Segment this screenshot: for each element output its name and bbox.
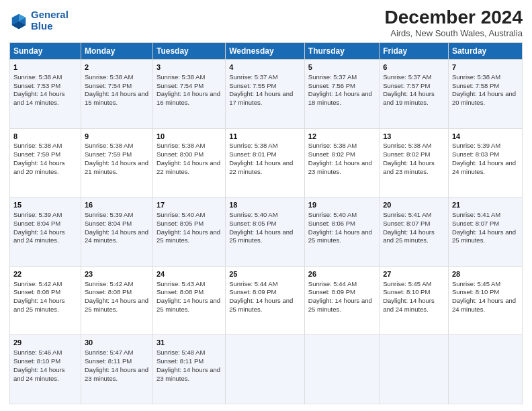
sunrise: Sunrise: 5:44 AM bbox=[229, 280, 277, 287]
daylight: Daylight: 14 hours and 23 minutes. bbox=[383, 159, 435, 175]
sunrise: Sunrise: 5:40 AM bbox=[229, 211, 277, 218]
daylight: Daylight: 14 hours and 16 minutes. bbox=[157, 90, 220, 106]
day-number: 30 bbox=[85, 338, 149, 348]
sunset: Sunset: 8:09 PM bbox=[308, 288, 355, 295]
day-number: 8 bbox=[13, 132, 77, 142]
sunrise: Sunrise: 5:38 AM bbox=[85, 73, 133, 81]
day-number: 22 bbox=[13, 269, 77, 279]
sunset: Sunset: 8:08 PM bbox=[157, 288, 204, 295]
calendar-cell: 27Sunrise: 5:45 AMSunset: 8:10 PMDayligh… bbox=[380, 266, 449, 335]
week-row-3: 15Sunrise: 5:39 AMSunset: 8:04 PMDayligh… bbox=[10, 197, 523, 267]
sunset: Sunset: 8:07 PM bbox=[383, 220, 430, 227]
calendar-cell: 19Sunrise: 5:40 AMSunset: 8:06 PMDayligh… bbox=[304, 197, 379, 267]
calendar-cell: 9Sunrise: 5:38 AMSunset: 7:59 PMDaylight… bbox=[81, 128, 153, 197]
sunset: Sunset: 8:07 PM bbox=[452, 220, 499, 227]
calendar-cell: 14Sunrise: 5:39 AMSunset: 8:03 PMDayligh… bbox=[448, 128, 522, 197]
sunrise: Sunrise: 5:37 AM bbox=[308, 73, 357, 81]
daylight: Daylight: 14 hours and 25 minutes. bbox=[85, 297, 148, 313]
calendar-cell: 13Sunrise: 5:38 AMSunset: 8:02 PMDayligh… bbox=[380, 128, 449, 197]
day-number: 21 bbox=[452, 200, 519, 210]
calendar-cell: 18Sunrise: 5:40 AMSunset: 8:05 PMDayligh… bbox=[226, 197, 305, 267]
calendar-cell: 7Sunrise: 5:38 AMSunset: 7:58 PMDaylight… bbox=[448, 60, 522, 129]
sunset: Sunset: 8:02 PM bbox=[308, 150, 355, 158]
day-number: 9 bbox=[85, 132, 149, 142]
sunset: Sunset: 8:10 PM bbox=[452, 288, 499, 295]
day-number: 18 bbox=[229, 200, 301, 210]
calendar-cell: 3Sunrise: 5:38 AMSunset: 7:54 PMDaylight… bbox=[153, 60, 226, 129]
calendar-cell bbox=[380, 335, 449, 404]
sunset: Sunset: 8:05 PM bbox=[229, 220, 276, 227]
calendar-cell: 26Sunrise: 5:44 AMSunset: 8:09 PMDayligh… bbox=[304, 266, 379, 335]
sunrise: Sunrise: 5:38 AM bbox=[85, 142, 133, 149]
logo: General Blue bbox=[9, 9, 69, 32]
sunrise: Sunrise: 5:47 AM bbox=[85, 349, 133, 356]
sunrise: Sunrise: 5:48 AM bbox=[157, 349, 205, 356]
sunrise: Sunrise: 5:38 AM bbox=[308, 142, 357, 149]
calendar-cell: 5Sunrise: 5:37 AMSunset: 7:56 PMDaylight… bbox=[304, 60, 379, 129]
week-row-5: 29Sunrise: 5:46 AMSunset: 8:10 PMDayligh… bbox=[10, 335, 523, 404]
daylight: Daylight: 14 hours and 21 minutes. bbox=[85, 159, 148, 175]
header-day-sunday: Sunday bbox=[10, 43, 81, 60]
day-number: 24 bbox=[157, 269, 222, 279]
header-day-wednesday: Wednesday bbox=[226, 43, 305, 60]
sunset: Sunset: 7:55 PM bbox=[229, 82, 276, 89]
sunset: Sunset: 7:57 PM bbox=[383, 82, 430, 89]
day-number: 16 bbox=[85, 200, 149, 210]
sunset: Sunset: 8:03 PM bbox=[452, 150, 499, 158]
sunset: Sunset: 8:11 PM bbox=[157, 357, 204, 365]
calendar-cell: 2Sunrise: 5:38 AMSunset: 7:54 PMDaylight… bbox=[81, 60, 153, 129]
sunset: Sunset: 8:06 PM bbox=[308, 220, 355, 227]
sunset: Sunset: 8:09 PM bbox=[229, 288, 276, 295]
daylight: Daylight: 14 hours and 24 minutes. bbox=[452, 297, 516, 313]
sunrise: Sunrise: 5:40 AM bbox=[157, 211, 205, 218]
sunrise: Sunrise: 5:39 AM bbox=[452, 142, 500, 149]
sunset: Sunset: 8:08 PM bbox=[85, 288, 132, 295]
daylight: Daylight: 14 hours and 15 minutes. bbox=[85, 90, 148, 106]
calendar-cell: 16Sunrise: 5:39 AMSunset: 8:04 PMDayligh… bbox=[81, 197, 153, 267]
header-day-saturday: Saturday bbox=[448, 43, 522, 60]
day-number: 31 bbox=[157, 338, 222, 348]
logo-line2: Blue bbox=[31, 20, 53, 32]
sunrise: Sunrise: 5:41 AM bbox=[383, 211, 431, 218]
sunset: Sunset: 8:00 PM bbox=[157, 150, 204, 158]
day-number: 4 bbox=[229, 62, 301, 73]
title-block: December 2024 Airds, New South Wales, Au… bbox=[385, 7, 523, 38]
sunrise: Sunrise: 5:44 AM bbox=[308, 280, 357, 287]
sunrise: Sunrise: 5:38 AM bbox=[157, 142, 205, 149]
daylight: Daylight: 14 hours and 14 minutes. bbox=[13, 90, 65, 106]
daylight: Daylight: 14 hours and 23 minutes. bbox=[308, 159, 372, 175]
daylight: Daylight: 14 hours and 18 minutes. bbox=[308, 90, 372, 106]
sunset: Sunset: 8:02 PM bbox=[383, 150, 430, 158]
sunrise: Sunrise: 5:42 AM bbox=[13, 280, 62, 287]
sunset: Sunset: 7:54 PM bbox=[157, 82, 204, 89]
day-number: 15 bbox=[13, 200, 77, 210]
daylight: Daylight: 14 hours and 19 minutes. bbox=[383, 90, 435, 106]
calendar-cell: 22Sunrise: 5:42 AMSunset: 8:08 PMDayligh… bbox=[10, 266, 81, 335]
sunrise: Sunrise: 5:38 AM bbox=[383, 142, 431, 149]
daylight: Daylight: 14 hours and 17 minutes. bbox=[229, 90, 293, 106]
day-number: 13 bbox=[383, 132, 445, 142]
day-number: 17 bbox=[157, 200, 222, 210]
sunrise: Sunrise: 5:45 AM bbox=[452, 280, 500, 287]
sunset: Sunset: 7:56 PM bbox=[308, 82, 355, 89]
calendar-cell: 20Sunrise: 5:41 AMSunset: 8:07 PMDayligh… bbox=[380, 197, 449, 267]
header-row: SundayMondayTuesdayWednesdayThursdayFrid… bbox=[10, 43, 523, 60]
sunset: Sunset: 8:10 PM bbox=[383, 288, 430, 295]
daylight: Daylight: 14 hours and 25 minutes. bbox=[452, 228, 516, 244]
sunrise: Sunrise: 5:38 AM bbox=[229, 142, 277, 149]
sunrise: Sunrise: 5:38 AM bbox=[452, 73, 500, 81]
day-number: 6 bbox=[383, 62, 445, 73]
day-number: 25 bbox=[229, 269, 301, 279]
week-row-2: 8Sunrise: 5:38 AMSunset: 7:59 PMDaylight… bbox=[10, 128, 523, 197]
daylight: Daylight: 14 hours and 23 minutes. bbox=[85, 366, 148, 382]
day-number: 29 bbox=[13, 338, 77, 348]
calendar-cell: 17Sunrise: 5:40 AMSunset: 8:05 PMDayligh… bbox=[153, 197, 226, 267]
sunset: Sunset: 8:08 PM bbox=[13, 288, 60, 295]
sunset: Sunset: 8:04 PM bbox=[13, 220, 60, 227]
week-row-1: 1Sunrise: 5:38 AMSunset: 7:53 PMDaylight… bbox=[10, 60, 523, 129]
sunset: Sunset: 8:04 PM bbox=[85, 220, 132, 227]
sunrise: Sunrise: 5:42 AM bbox=[85, 280, 133, 287]
page: General Blue December 2024 Airds, New So… bbox=[0, 0, 532, 411]
sunrise: Sunrise: 5:40 AM bbox=[308, 211, 357, 218]
header-day-friday: Friday bbox=[380, 43, 449, 60]
